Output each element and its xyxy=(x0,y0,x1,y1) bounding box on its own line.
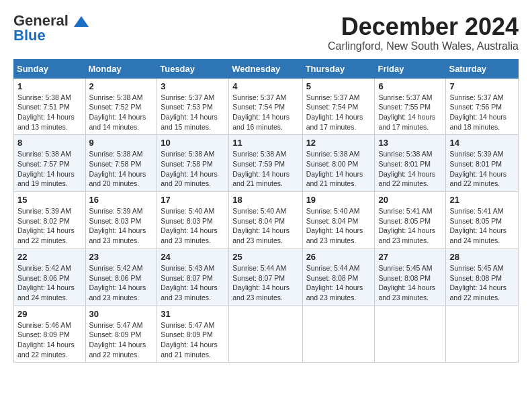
day-info: Sunrise: 5:40 AM Sunset: 8:04 PM Dayligh… xyxy=(232,206,298,246)
day-number: 21 xyxy=(449,195,515,205)
calendar-cell: 16Sunrise: 5:39 AM Sunset: 8:03 PM Dayli… xyxy=(85,192,157,249)
day-number: 15 xyxy=(17,195,82,205)
calendar-cell xyxy=(302,306,375,363)
day-number: 3 xyxy=(161,81,225,91)
calendar-cell: 11Sunrise: 5:38 AM Sunset: 7:59 PM Dayli… xyxy=(229,135,302,192)
day-number: 14 xyxy=(449,138,515,148)
week-row-5: 29Sunrise: 5:46 AM Sunset: 8:09 PM Dayli… xyxy=(14,306,519,363)
day-info: Sunrise: 5:46 AM Sunset: 8:09 PM Dayligh… xyxy=(17,320,82,360)
month-title: December 2024 xyxy=(328,13,519,40)
calendar-cell: 25Sunrise: 5:44 AM Sunset: 8:07 PM Dayli… xyxy=(229,248,302,306)
header-day-sunday: Sunday xyxy=(14,59,86,78)
logo-arrow-icon xyxy=(74,16,89,27)
day-info: Sunrise: 5:38 AM Sunset: 7:57 PM Dayligh… xyxy=(17,149,82,189)
day-number: 2 xyxy=(89,81,154,91)
header-day-wednesday: Wednesday xyxy=(229,59,302,78)
header-day-friday: Friday xyxy=(375,59,446,78)
day-info: Sunrise: 5:38 AM Sunset: 7:52 PM Dayligh… xyxy=(89,93,154,132)
day-info: Sunrise: 5:44 AM Sunset: 8:08 PM Dayligh… xyxy=(306,263,371,303)
day-info: Sunrise: 5:38 AM Sunset: 7:58 PM Dayligh… xyxy=(161,149,225,189)
calendar-cell: 9Sunrise: 5:38 AM Sunset: 7:58 PM Daylig… xyxy=(85,135,157,192)
calendar-cell: 29Sunrise: 5:46 AM Sunset: 8:09 PM Dayli… xyxy=(14,306,86,363)
week-row-2: 8Sunrise: 5:38 AM Sunset: 7:57 PM Daylig… xyxy=(14,135,519,192)
day-info: Sunrise: 5:39 AM Sunset: 8:01 PM Dayligh… xyxy=(449,149,515,189)
day-number: 25 xyxy=(232,252,298,262)
day-info: Sunrise: 5:37 AM Sunset: 7:56 PM Dayligh… xyxy=(449,93,515,132)
day-number: 4 xyxy=(232,81,298,91)
day-info: Sunrise: 5:38 AM Sunset: 7:59 PM Dayligh… xyxy=(232,149,298,189)
day-info: Sunrise: 5:39 AM Sunset: 8:03 PM Dayligh… xyxy=(89,206,154,246)
day-number: 26 xyxy=(306,252,371,262)
calendar-cell: 23Sunrise: 5:42 AM Sunset: 8:06 PM Dayli… xyxy=(85,248,157,306)
day-info: Sunrise: 5:37 AM Sunset: 7:54 PM Dayligh… xyxy=(306,93,371,132)
calendar-cell: 28Sunrise: 5:45 AM Sunset: 8:08 PM Dayli… xyxy=(446,248,519,306)
day-info: Sunrise: 5:41 AM Sunset: 8:05 PM Dayligh… xyxy=(378,206,442,246)
day-info: Sunrise: 5:45 AM Sunset: 8:08 PM Dayligh… xyxy=(449,263,515,303)
day-number: 13 xyxy=(378,138,442,148)
calendar-cell: 24Sunrise: 5:43 AM Sunset: 8:07 PM Dayli… xyxy=(157,248,229,306)
calendar-cell xyxy=(375,306,446,363)
day-number: 5 xyxy=(306,81,371,91)
day-info: Sunrise: 5:38 AM Sunset: 8:00 PM Dayligh… xyxy=(306,149,371,189)
day-number: 29 xyxy=(17,309,82,319)
calendar-cell: 19Sunrise: 5:40 AM Sunset: 8:04 PM Dayli… xyxy=(302,192,375,249)
location-title: Carlingford, New South Wales, Australia xyxy=(328,40,519,52)
week-row-4: 22Sunrise: 5:42 AM Sunset: 8:06 PM Dayli… xyxy=(14,248,519,306)
day-info: Sunrise: 5:38 AM Sunset: 7:51 PM Dayligh… xyxy=(17,93,82,132)
calendar-cell: 17Sunrise: 5:40 AM Sunset: 8:03 PM Dayli… xyxy=(157,192,229,249)
calendar-cell: 7Sunrise: 5:37 AM Sunset: 7:56 PM Daylig… xyxy=(446,78,519,135)
calendar-cell xyxy=(446,306,519,363)
day-number: 16 xyxy=(89,195,154,205)
day-number: 11 xyxy=(232,138,298,148)
day-number: 24 xyxy=(161,252,225,262)
day-info: Sunrise: 5:37 AM Sunset: 7:54 PM Dayligh… xyxy=(232,93,298,132)
day-number: 17 xyxy=(161,195,225,205)
day-info: Sunrise: 5:38 AM Sunset: 8:01 PM Dayligh… xyxy=(378,149,442,189)
calendar-cell: 22Sunrise: 5:42 AM Sunset: 8:06 PM Dayli… xyxy=(14,248,86,306)
day-info: Sunrise: 5:44 AM Sunset: 8:07 PM Dayligh… xyxy=(232,263,298,303)
calendar-header-row: SundayMondayTuesdayWednesdayThursdayFrid… xyxy=(14,59,519,78)
day-number: 23 xyxy=(89,252,154,262)
week-row-3: 15Sunrise: 5:39 AM Sunset: 8:02 PM Dayli… xyxy=(14,192,519,249)
logo-line2: Blue xyxy=(13,28,89,43)
calendar-cell: 26Sunrise: 5:44 AM Sunset: 8:08 PM Dayli… xyxy=(302,248,375,306)
header-day-saturday: Saturday xyxy=(446,59,519,78)
calendar-cell: 21Sunrise: 5:41 AM Sunset: 8:05 PM Dayli… xyxy=(446,192,519,249)
header-day-tuesday: Tuesday xyxy=(157,59,229,78)
calendar-cell: 20Sunrise: 5:41 AM Sunset: 8:05 PM Dayli… xyxy=(375,192,446,249)
day-number: 12 xyxy=(306,138,371,148)
day-info: Sunrise: 5:41 AM Sunset: 8:05 PM Dayligh… xyxy=(449,206,515,246)
header-day-monday: Monday xyxy=(85,59,157,78)
header-day-thursday: Thursday xyxy=(302,59,375,78)
day-info: Sunrise: 5:37 AM Sunset: 7:55 PM Dayligh… xyxy=(378,93,442,132)
day-info: Sunrise: 5:42 AM Sunset: 8:06 PM Dayligh… xyxy=(17,263,82,303)
day-info: Sunrise: 5:47 AM Sunset: 8:09 PM Dayligh… xyxy=(89,320,154,360)
calendar-cell: 27Sunrise: 5:45 AM Sunset: 8:08 PM Dayli… xyxy=(375,248,446,306)
title-area: December 2024 Carlingford, New South Wal… xyxy=(328,13,519,52)
day-info: Sunrise: 5:40 AM Sunset: 8:03 PM Dayligh… xyxy=(161,206,225,246)
day-info: Sunrise: 5:37 AM Sunset: 7:53 PM Dayligh… xyxy=(161,93,225,132)
day-info: Sunrise: 5:40 AM Sunset: 8:04 PM Dayligh… xyxy=(306,206,371,246)
day-number: 6 xyxy=(378,81,442,91)
calendar-cell: 2Sunrise: 5:38 AM Sunset: 7:52 PM Daylig… xyxy=(85,78,157,135)
calendar-cell xyxy=(229,306,302,363)
calendar-cell: 18Sunrise: 5:40 AM Sunset: 8:04 PM Dayli… xyxy=(229,192,302,249)
day-info: Sunrise: 5:45 AM Sunset: 8:08 PM Dayligh… xyxy=(378,263,442,303)
day-number: 7 xyxy=(449,81,515,91)
calendar-cell: 10Sunrise: 5:38 AM Sunset: 7:58 PM Dayli… xyxy=(157,135,229,192)
calendar-cell: 6Sunrise: 5:37 AM Sunset: 7:55 PM Daylig… xyxy=(375,78,446,135)
day-number: 10 xyxy=(161,138,225,148)
day-info: Sunrise: 5:39 AM Sunset: 8:02 PM Dayligh… xyxy=(17,206,82,246)
calendar-cell: 3Sunrise: 5:37 AM Sunset: 7:53 PM Daylig… xyxy=(157,78,229,135)
calendar-cell: 30Sunrise: 5:47 AM Sunset: 8:09 PM Dayli… xyxy=(85,306,157,363)
calendar-cell: 14Sunrise: 5:39 AM Sunset: 8:01 PM Dayli… xyxy=(446,135,519,192)
day-number: 19 xyxy=(306,195,371,205)
day-info: Sunrise: 5:43 AM Sunset: 8:07 PM Dayligh… xyxy=(161,263,225,303)
day-info: Sunrise: 5:38 AM Sunset: 7:58 PM Dayligh… xyxy=(89,149,154,189)
day-number: 27 xyxy=(378,252,442,262)
day-number: 30 xyxy=(89,309,154,319)
day-number: 31 xyxy=(161,309,225,319)
day-number: 1 xyxy=(17,81,82,91)
calendar-cell: 5Sunrise: 5:37 AM Sunset: 7:54 PM Daylig… xyxy=(302,78,375,135)
svg-marker-0 xyxy=(74,16,89,27)
